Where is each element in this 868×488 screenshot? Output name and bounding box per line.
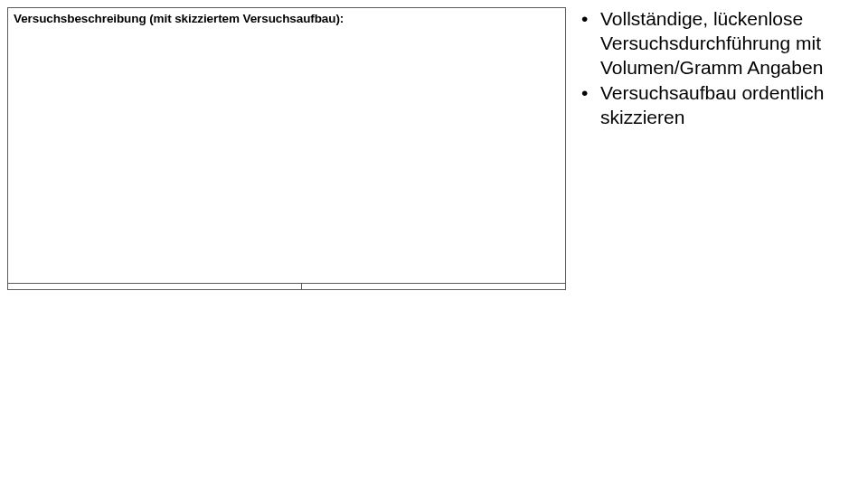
table-bottom-left: [7, 284, 302, 290]
list-item: Versuchsaufbau ordentlich skizzieren: [575, 81, 855, 130]
list-item: Vollständige, lückenlose Versuchsdurchfü…: [575, 7, 855, 80]
box-label: Versuchsbeschreibung (mit skizziertem Ve…: [14, 12, 344, 25]
slide: Versuchsbeschreibung (mit skizziertem Ve…: [0, 0, 868, 488]
table-bottom-cells: [7, 284, 566, 290]
experiment-description-box: Versuchsbeschreibung (mit skizziertem Ve…: [7, 7, 566, 284]
table-bottom-right: [302, 284, 566, 290]
bullet-list: Vollständige, lückenlose Versuchsdurchfü…: [575, 7, 855, 130]
